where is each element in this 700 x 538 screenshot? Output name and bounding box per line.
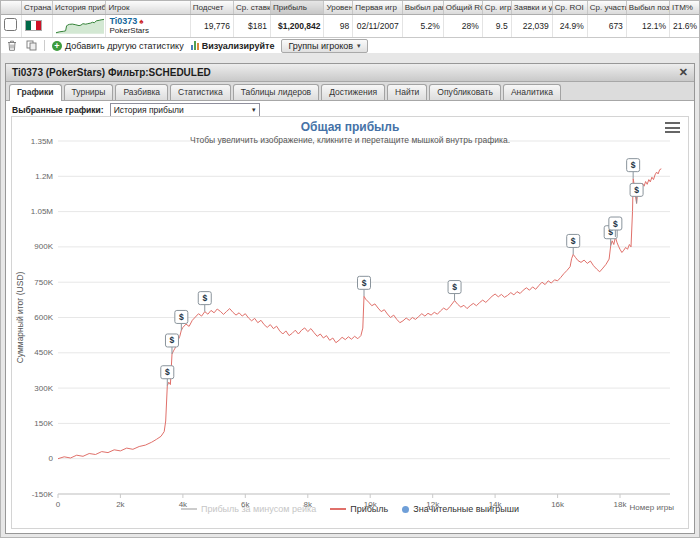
trash-icon[interactable] [6, 40, 18, 52]
player-panel: Ti0373 (PokerStars) Фильтр:SCHEDULED ✕ Г… [5, 63, 695, 534]
svg-text:150K: 150K [34, 419, 53, 428]
svg-text:$: $ [202, 293, 207, 303]
visualize-button[interactable]: Визуализируйте [191, 41, 275, 51]
cell-entries: 22,039 [511, 14, 552, 37]
tab-find[interactable]: Найти [387, 84, 427, 100]
header-bust-late[interactable]: Выбыл поздно [626, 1, 669, 14]
svg-text:0: 0 [49, 454, 54, 463]
profit-chart: -150K0150K300K450K600K750K900K1.05M1.2M1… [11, 116, 689, 529]
svg-text:750K: 750K [34, 278, 53, 287]
pokerstars-icon: ♠ [139, 17, 143, 26]
chart-title: Общая прибыль [12, 120, 688, 134]
chart-subtitle: Чтобы увеличить изображение, кликните и … [12, 135, 688, 145]
cell-bust-early: 5.2% [402, 14, 443, 37]
tab-publish[interactable]: Опубликовать [429, 84, 501, 100]
visualize-label: Визуализируйте [202, 41, 275, 51]
tab-breakdown[interactable]: Разбивка [115, 84, 168, 100]
tab-graphs[interactable]: Графики [9, 84, 62, 101]
add-statistic-label: Добавить другую статистику [65, 41, 184, 51]
header-level[interactable]: Уровень [324, 1, 353, 14]
legend-swatch-rake [181, 508, 197, 510]
svg-text:$: $ [179, 312, 184, 322]
copy-icon[interactable] [25, 40, 37, 52]
header-profit[interactable]: Прибыль [270, 1, 323, 14]
tab-statistics[interactable]: Статистика [170, 84, 231, 100]
svg-text:$: $ [631, 160, 636, 170]
header-select [1, 1, 22, 14]
network-label: PokerStars [109, 26, 186, 35]
header-itm[interactable]: ITM% [670, 1, 700, 14]
profit-chart-plot[interactable]: -150K0150K300K450K600K750K900K1.05M1.2M1… [12, 117, 690, 517]
header-avg-entrants[interactable]: Ср. участи [587, 1, 626, 14]
tab-achievements[interactable]: Достижения [321, 84, 385, 100]
svg-text:Суммарный итог (USD): Суммарный итог (USD) [15, 271, 25, 363]
header-avg-roi[interactable]: Ср. ROI [552, 1, 587, 14]
cell-itm: 21.6% [670, 14, 700, 37]
panel-title: Ti0373 (PokerStars) Фильтр:SCHEDULED [12, 67, 211, 78]
svg-text:$: $ [170, 335, 175, 345]
legend-label-rake: Прибыль за минусом рейка [201, 504, 316, 514]
cell-bust-late: 12.1% [626, 14, 669, 37]
selected-graphs-label: Выбранные графики: [12, 105, 104, 115]
table-toolbar: + Добавить другую статистику Визуализиру… [1, 38, 700, 53]
cell-first-game: 02/11/2007 [353, 14, 402, 37]
header-avg-games[interactable]: Ср. игр [482, 1, 511, 14]
cell-avg-entrants: 673 [587, 14, 626, 37]
svg-text:300K: 300K [34, 384, 53, 393]
tab-leaderboards[interactable]: Таблицы лидеров [233, 84, 319, 100]
results-row: Ti0373♠ PokerStars 19,776 $181 $1,200,84… [1, 14, 700, 37]
cell-avg-roi: 24.9% [552, 14, 587, 37]
chart-menu-icon[interactable] [665, 122, 680, 133]
graph-select-value: История прибыли [114, 105, 184, 115]
tab-analytics[interactable]: Аналитика [503, 84, 561, 100]
svg-text:$: $ [362, 278, 367, 288]
bar-chart-icon [191, 41, 199, 50]
graph-select-row: Выбранные графики: История прибыли ▾ [12, 103, 260, 117]
panel-tabs: Графики Турниры Разбивка Статистика Табл… [6, 82, 694, 101]
player-groups-dropdown[interactable]: Группы игроков ▾ [281, 39, 367, 53]
legend-swatch-wins [402, 506, 409, 513]
player-name-link[interactable]: Ti0373 [109, 16, 137, 26]
graph-select[interactable]: История прибыли ▾ [110, 103, 260, 117]
add-statistic-button[interactable]: + Добавить другую статистику [52, 41, 184, 51]
header-avg-stake[interactable]: Ср. ставк [233, 1, 270, 14]
legend-label-profit: Прибыль [350, 504, 388, 514]
panel-header: Ti0373 (PokerStars) Фильтр:SCHEDULED ✕ [6, 64, 694, 82]
legend-item-profit[interactable]: Прибыль [330, 504, 388, 514]
legend-item-significant-wins[interactable]: Значительные выигрыши [402, 504, 519, 514]
chart-legend: Прибыль за минусом рейка Прибыль Значите… [12, 504, 688, 514]
mexico-flag-icon [25, 20, 42, 31]
svg-text:900K: 900K [34, 242, 53, 251]
cell-avg-stake: $181 [233, 14, 270, 37]
svg-text:$: $ [634, 185, 639, 195]
tab-tournaments[interactable]: Турниры [64, 84, 114, 100]
header-player[interactable]: Игрок [106, 1, 190, 14]
svg-text:-150K: -150K [32, 490, 54, 499]
sharkscope-app: Страна История прибыл Игрок Подсчет Ср. … [0, 0, 700, 538]
header-entries[interactable]: Заявки и у [511, 1, 552, 14]
player-groups-label: Группы игроков [288, 41, 353, 51]
header-country[interactable]: Страна [22, 1, 53, 14]
header-profit-history[interactable]: История прибыл [52, 1, 105, 14]
header-first-game[interactable]: Первая игр [353, 1, 402, 14]
svg-text:$: $ [165, 367, 170, 377]
profit-history-sparkline[interactable] [56, 18, 104, 34]
svg-text:450K: 450K [34, 348, 53, 357]
svg-text:600K: 600K [34, 313, 53, 322]
legend-label-wins: Значительные выигрыши [413, 504, 519, 514]
cell-level: 98 [324, 14, 353, 37]
cell-total-roi: 28% [443, 14, 482, 37]
plus-icon: + [52, 41, 62, 51]
header-total-roi[interactable]: Общий RO [443, 1, 482, 14]
legend-swatch-profit [330, 508, 346, 510]
svg-text:$: $ [571, 236, 576, 246]
toolbar-separator [44, 40, 45, 51]
cell-count: 19,776 [190, 14, 233, 37]
results-header-row: Страна История прибыл Игрок Подсчет Ср. … [1, 1, 700, 14]
svg-text:$: $ [452, 282, 457, 292]
header-bust-early[interactable]: Выбыл ранс [402, 1, 443, 14]
header-count[interactable]: Подсчет [190, 1, 233, 14]
close-icon[interactable]: ✕ [679, 67, 688, 78]
legend-item-profit-minus-rake[interactable]: Прибыль за минусом рейка [181, 504, 316, 514]
row-checkbox[interactable] [4, 18, 17, 31]
